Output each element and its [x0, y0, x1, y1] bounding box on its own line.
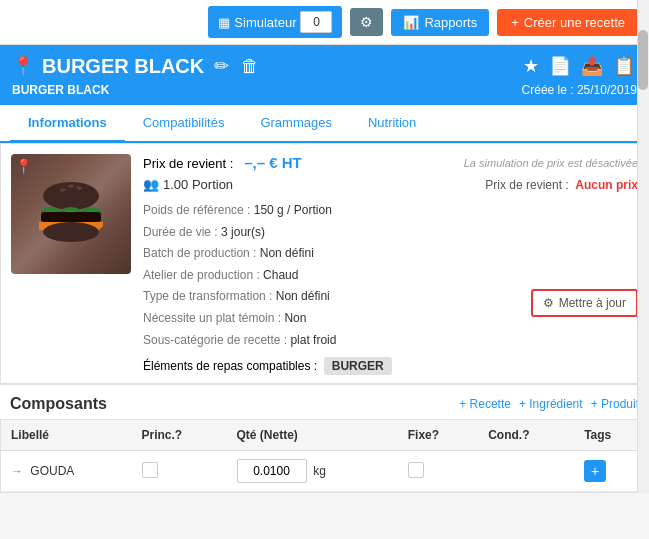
scrollbar-thumb[interactable]: [638, 30, 648, 90]
export-button[interactable]: 📤: [579, 53, 605, 79]
location-icon: 📍: [12, 55, 34, 77]
recipe-title: BURGER BLACK: [42, 55, 204, 78]
poids-value: 150 g / Portion: [254, 203, 332, 217]
subtitle-row: BURGER BLACK Créée le : 25/10/2019: [12, 83, 637, 97]
add-tag-button[interactable]: +: [584, 460, 606, 482]
tab-compatibilites[interactable]: Compatibilités: [125, 105, 243, 143]
simulation-disabled-text: La simulation de prix est désactivée: [464, 157, 638, 169]
svg-rect-4: [41, 212, 101, 222]
plus-icon: +: [511, 15, 519, 30]
share-icon: 📋: [613, 56, 635, 76]
row-princ: [132, 451, 227, 492]
arrow-icon: →: [11, 464, 23, 478]
created-date: Créée le : 25/10/2019: [522, 83, 637, 97]
row-cond: [478, 451, 574, 492]
portion-icon: 👥: [143, 177, 159, 192]
rapports-button[interactable]: 📊 Rapports: [391, 9, 489, 36]
top-bar: ▦ Simulateur ⚙ 📊 Rapports + Créer une re…: [0, 0, 649, 45]
portion-value: 1.00 Portion: [163, 177, 233, 192]
copy-button[interactable]: 📄: [547, 53, 573, 79]
portion-text: 👥 1.00 Portion: [143, 177, 233, 192]
recipe-subtitle-name: BURGER BLACK: [12, 83, 109, 97]
ingredient-name: GOUDA: [30, 464, 74, 478]
star-icon: ★: [523, 56, 539, 76]
princ-checkbox[interactable]: [142, 462, 158, 478]
elements-label: Éléments de repas compatibles :: [143, 359, 317, 373]
simulateur-input[interactable]: [300, 11, 332, 33]
col-princ: Princ.?: [132, 420, 227, 451]
simulateur-block: ▦ Simulateur: [208, 6, 342, 38]
simulateur-label: Simulateur: [234, 15, 296, 30]
rapports-icon: 📊: [403, 15, 419, 30]
necessite-value: Non: [284, 311, 306, 325]
duree-label: Durée de vie :: [143, 225, 218, 239]
batch-value: Non défini: [260, 246, 314, 260]
sous-cat-value: plat froid: [290, 333, 336, 347]
trash-icon: 🗑: [241, 56, 259, 76]
edit-title-button[interactable]: ✏: [212, 53, 231, 79]
atelier-label: Atelier de production :: [143, 268, 260, 282]
sous-cat-label: Sous-catégorie de recette :: [143, 333, 287, 347]
col-qte: Qté (Nette): [227, 420, 398, 451]
tab-grammages[interactable]: Grammages: [242, 105, 350, 143]
details-container: Poids de référence : 150 g / Portion Dur…: [143, 200, 638, 351]
gear-update-icon: ⚙: [543, 296, 554, 310]
type-value: Non défini: [276, 289, 330, 303]
add-produit-link[interactable]: + Produit: [591, 397, 639, 411]
table-header-row: Libellé Princ.? Qté (Nette) Fixe? Cond.?…: [1, 420, 648, 451]
burger-badge: BURGER: [324, 357, 392, 375]
gear-icon: ⚙: [360, 14, 373, 30]
atelier-value: Chaud: [263, 268, 298, 282]
unit-label: kg: [313, 464, 326, 478]
svg-point-3: [68, 185, 74, 188]
table-row: → GOUDA kg +: [1, 451, 648, 492]
col-cond: Cond.?: [478, 420, 574, 451]
portion-row: 👥 1.00 Portion Prix de revient : Aucun p…: [143, 177, 638, 192]
scrollbar-track[interactable]: [637, 0, 649, 493]
necessite-label: Nécessite un plat témoin :: [143, 311, 281, 325]
portion-price-label: Prix de revient : Aucun prix: [485, 178, 638, 192]
prix-row: Prix de revient : –,– € HT La simulation…: [143, 154, 638, 171]
favorite-button[interactable]: ★: [521, 53, 541, 79]
composants-title: Composants: [10, 395, 107, 413]
recipe-image: 📍: [11, 154, 131, 274]
header-left: 📍 BURGER BLACK ✏ 🗑: [12, 53, 261, 79]
creer-recette-button[interactable]: + Créer une recette: [497, 9, 639, 36]
prix-label: Prix de revient : –,– € HT: [143, 154, 302, 171]
tab-nutrition[interactable]: Nutrition: [350, 105, 434, 143]
tabs-bar: Informations Compatibilités Grammages Nu…: [0, 105, 649, 143]
composants-actions: + Recette + Ingrédient + Produit: [459, 397, 639, 411]
composants-table: Libellé Princ.? Qté (Nette) Fixe? Cond.?…: [0, 419, 649, 493]
prix-value: –,– € HT: [244, 154, 302, 171]
elements-row: Éléments de repas compatibles : BURGER: [143, 359, 638, 373]
mettre-a-jour-button[interactable]: ⚙ Mettre à jour: [531, 289, 638, 317]
recipe-details: Prix de revient : –,– € HT La simulation…: [143, 154, 638, 373]
composants-header: Composants + Recette + Ingrédient + Prod…: [0, 384, 649, 419]
export-icon: 📤: [581, 56, 603, 76]
simulateur-icon: ▦: [218, 15, 230, 30]
aucun-prix-text: Aucun prix: [575, 178, 638, 192]
delete-recipe-button[interactable]: 🗑: [239, 54, 261, 79]
rapports-label: Rapports: [424, 15, 477, 30]
creer-label: Créer une recette: [524, 15, 625, 30]
type-label: Type de transformation :: [143, 289, 272, 303]
row-fixe: [398, 451, 478, 492]
info-content: 📍 Prix de revient : –,– € HT La simulati…: [0, 143, 649, 384]
recipe-header: 📍 BURGER BLACK ✏ 🗑 ★ 📄 📤: [0, 45, 649, 105]
prix-label-text: Prix de revient :: [143, 156, 233, 171]
share-button[interactable]: 📋: [611, 53, 637, 79]
settings-button[interactable]: ⚙: [350, 8, 383, 36]
add-ingredient-link[interactable]: + Ingrédient: [519, 397, 583, 411]
poids-label: Poids de référence :: [143, 203, 250, 217]
recipe-details-list: Poids de référence : 150 g / Portion Dur…: [143, 200, 638, 351]
tab-informations[interactable]: Informations: [10, 105, 125, 143]
add-recette-link[interactable]: + Recette: [459, 397, 511, 411]
image-location-pin: 📍: [15, 158, 32, 174]
batch-label: Batch de production :: [143, 246, 256, 260]
col-libelle: Libellé: [1, 420, 132, 451]
pencil-icon: ✏: [214, 56, 229, 76]
fixe-checkbox[interactable]: [408, 462, 424, 478]
qty-input[interactable]: [237, 459, 307, 483]
duree-value: 3 jour(s): [221, 225, 265, 239]
header-actions: ★ 📄 📤 📋: [521, 53, 637, 79]
